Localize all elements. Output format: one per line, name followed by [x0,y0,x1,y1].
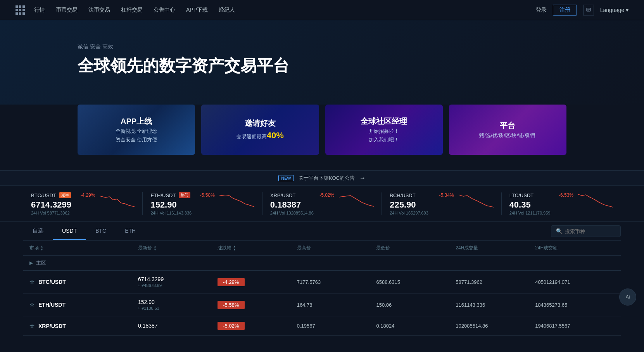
banner-app[interactable]: APP上线 全新视觉 全新理念 资金安全 使用方便 [78,105,195,155]
ticker-bch-change: -5.34% [439,192,454,198]
row-eth-change: -5.58% [218,301,297,309]
navbar: 行情 币币交易 法币交易 杠杆交易 公告中心 APP下载 经纪人 登录 注册 L… [0,0,644,20]
th-high: 最高价 [297,245,376,251]
table-header: 市场 ▲▼ 最新价 ▲▼ 涨跌幅 ▲▼ 最高价 最低价 24H成交量 24H成交… [23,241,621,256]
th-price[interactable]: 最新价 ▲▼ [138,245,218,251]
ticker-eth-price: 152.90 [150,200,214,210]
banner-grid: APP上线 全新视觉 全新理念 资金安全 使用方便 邀请好友 交易返佣最高40%… [0,105,644,170]
row-eth-vol: 1161143.336 [456,302,535,308]
ticker-bch-chart [459,192,494,208]
register-button[interactable]: 注册 [553,5,577,15]
ticker-ltc-price: 40.35 [509,200,573,210]
language-button[interactable]: Language ▾ [600,7,628,13]
banner-invite[interactable]: 邀请好友 交易返佣最高40% [201,105,319,155]
market-tabs: 自选 USDT BTC ETH 🔍 [23,222,621,241]
hero-title: 全球领先的数字资产交易平台 [78,55,566,77]
row-xrp-vol: 102085514.86 [456,323,535,329]
notification-icon[interactable] [583,5,594,15]
th-market[interactable]: 市场 ▲▼ [29,245,138,251]
search-icon: 🔍 [556,228,563,234]
nav-announcement[interactable]: 公告中心 [154,7,175,14]
ticker-btc-pair: BTC/USDT [31,192,56,198]
market-section: 自选 USDT BTC ETH 🔍 市场 ▲▼ 最新价 ▲▼ 涨跌幅 ▲▼ 最高… [0,222,644,336]
ticker-ltc-vol: 24H Vol 1211170.959 [509,211,573,215]
row-xrp-price: 0.18387 [138,323,218,330]
banner-community-text: 全球社区经理 开始招募啦！ 加入我们吧！ [361,116,407,143]
ticker-bch-pair: BCH/USDT [390,192,415,198]
announcement-bar[interactable]: NEW 关于平台下架KOC的公告 → [0,170,644,186]
ticker-btc-change: -4.29% [80,192,95,198]
table-row[interactable]: ☆ ETH/USDT 152.90 ≈ ¥1108.53 -5.58% 164.… [23,294,621,316]
star-xrp-icon[interactable]: ☆ [29,323,35,329]
ai-float-button[interactable]: Ai [619,288,636,306]
row-eth-price: 152.90 ≈ ¥1108.53 [138,299,218,311]
table-row[interactable]: ☆ XRP/USDT 0.18387 -5.02% 0.19567 0.1802… [23,316,621,336]
row-eth-low: 150.06 [376,302,456,308]
tab-eth[interactable]: ETH [116,222,145,240]
section-divider: ▶ 主区 [23,256,621,271]
ticker-btc[interactable]: BTC/USDT 减半 -4.29% 6714.3299 24H Vol 587… [23,192,143,215]
ticker-ltc-pair: LTC/USDT [509,192,534,198]
row-btc-market: ☆ BTC/USDT [29,279,138,285]
ticker-eth[interactable]: ETH/USDT 热门 -5.58% 152.90 24H Vol 116114… [143,192,262,215]
nav-market[interactable]: 行情 [34,7,45,14]
tab-btc[interactable]: BTC [86,222,116,240]
row-btc-amount: 405012194.071 [535,279,615,285]
th-vol: 24H成交量 [456,245,535,251]
ticker-eth-tag: 热门 [179,192,190,198]
announcement-arrow: → [359,175,366,182]
ticker-ltc-change: -6.53% [559,192,573,198]
nav-fiat-trade[interactable]: 法币交易 [88,7,110,14]
ticker-bch-price: 225.90 [390,200,454,210]
ticker-ltc[interactable]: LTC/USDT -6.53% 40.35 24H Vol 1211170.95… [502,192,621,215]
ticker-xrp-price: 0.18387 [270,200,334,210]
nav-broker[interactable]: 经纪人 [219,7,235,14]
announcement-text: 关于平台下架KOC的公告 [299,175,355,182]
banner-invite-text: 邀请好友 交易返佣最高40% [237,118,284,142]
star-btc-icon[interactable]: ☆ [29,279,35,285]
hero-subtitle: 诚信 安全 高效 [78,43,566,50]
ticker-xrp-pair: XRP/USDT [270,192,296,198]
row-btc-price: 6714.3299 ≈ ¥48678.89 [138,276,218,288]
ticker-bch[interactable]: BCH/USDT -5.34% 225.90 24H Vol 165297.69… [382,192,501,215]
ticker-eth-pair: ETH/USDT [150,192,176,198]
nav-leverage[interactable]: 杠杆交易 [121,7,143,14]
ticker-xrp-chart [339,192,374,208]
ticker-xrp[interactable]: XRP/USDT -5.02% 0.18387 24H Vol 10208551… [262,192,382,215]
th-low: 最低价 [376,245,456,251]
row-eth-market: ☆ ETH/USDT [29,302,138,308]
nav-coin-trade[interactable]: 币币交易 [56,7,78,14]
tab-favorites[interactable]: 自选 [23,222,53,240]
banner-community[interactable]: 全球社区经理 开始招募啦！ 加入我们吧！ [325,105,443,155]
ticker-eth-chart [219,192,254,208]
th-change[interactable]: 涨跌幅 ▲▼ [218,245,297,251]
row-eth-high: 164.78 [297,302,376,308]
ticker-btc-tag: 减半 [59,192,71,198]
svg-rect-0 [587,8,590,11]
ticker-ltc-chart [578,192,613,208]
market-search: 🔍 [551,225,621,237]
ticker-btc-chart [100,192,135,208]
login-button[interactable]: 登录 [536,7,547,14]
nav-app-download[interactable]: APP下载 [186,7,208,14]
banner-app-text: APP上线 全新视觉 全新理念 资金安全 使用方便 [116,116,157,143]
row-xrp-amount: 19406817.5567 [535,323,615,329]
grid-icon[interactable] [16,5,25,15]
tab-usdt[interactable]: USDT [53,222,86,240]
nav-right: 登录 注册 Language ▾ [536,5,628,15]
star-eth-icon[interactable]: ☆ [29,302,35,308]
banner-platform[interactable]: 平台 甄/选/优/质/区/块/链/项/目 [449,105,566,155]
ticker-eth-change: -5.58% [200,192,215,198]
search-input[interactable] [565,228,616,234]
banner-platform-text: 平台 甄/选/优/质/区/块/链/项/目 [479,120,536,139]
row-btc-change: -4.29% [218,278,297,286]
row-btc-low: 6588.6315 [376,279,456,285]
new-badge: NEW [278,175,294,181]
row-xrp-change: -5.02% [218,322,297,330]
ticker-btc-price: 6714.3299 [31,200,95,210]
ticker-btc-vol: 24H Vol 58771.3962 [31,211,95,215]
row-btc-vol: 58771.3962 [456,279,535,285]
table-row[interactable]: ☆ BTC/USDT 6714.3299 ≈ ¥48678.89 -4.29% … [23,271,621,294]
ticker-xrp-change: -5.02% [319,192,334,198]
row-eth-amount: 184365273.65 [535,302,615,308]
